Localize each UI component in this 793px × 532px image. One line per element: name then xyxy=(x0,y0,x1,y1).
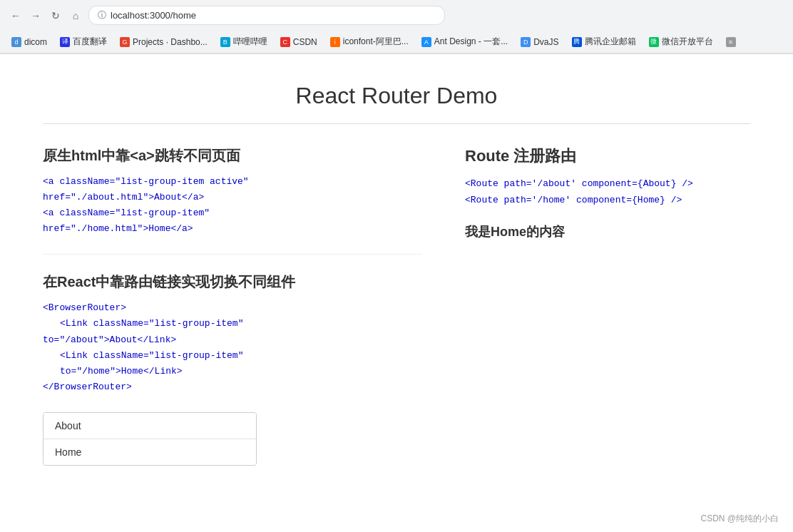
code-line: <a className="list-group-item" xyxy=(43,205,422,221)
forward-button[interactable]: → xyxy=(29,9,43,23)
route-code-line: <Route path='/home' component={Home} /> xyxy=(465,192,750,208)
section1-heading: 原生html中靠<a>跳转不同页面 xyxy=(43,145,422,165)
section2-heading: 在React中靠路由链接实现切换不同组件 xyxy=(43,272,422,292)
code-line: <a className="list-group-item active" xyxy=(43,174,422,190)
bookmark-gitlab[interactable]: GProjects · Dashbo... xyxy=(114,35,213,49)
bookmarks-bar: ddicom译百度翻译GProjects · Dashbo...B哔哩哔哩CCS… xyxy=(0,31,793,53)
bookmark-label-bilibili: 哔哩哔哩 xyxy=(233,36,267,48)
bookmark-dva[interactable]: DDvaJS xyxy=(515,35,564,49)
route-code: <Route path='/about' component={About} /… xyxy=(465,175,750,209)
bookmark-label-csdn: CSDN xyxy=(293,37,317,47)
bookmark-wechat[interactable]: 微微信开放平台 xyxy=(643,34,719,50)
address-text: localhost:3000/home xyxy=(111,10,196,21)
bookmark-bilibili[interactable]: B哔哩哔哩 xyxy=(215,34,273,50)
bookmark-label-tencent: 腾讯企业邮箱 xyxy=(585,36,636,48)
favicon-wechat: 微 xyxy=(649,37,659,47)
section-divider xyxy=(43,254,422,255)
address-bar[interactable]: ⓘ localhost:3000/home xyxy=(88,6,445,25)
section2: 在React中靠路由链接实现切换不同组件 <BrowserRouter> <Li… xyxy=(43,272,422,466)
bookmark-label-dva: DvaJS xyxy=(533,37,558,47)
list-item[interactable]: Home xyxy=(44,439,256,465)
content-layout: 原生html中靠<a>跳转不同页面 <a className="list-gro… xyxy=(43,145,750,466)
right-column: Route 注册路由 <Route path='/about' componen… xyxy=(465,145,750,466)
route-heading: Route 注册路由 xyxy=(465,145,750,167)
bookmark-tencent[interactable]: 腾腾讯企业邮箱 xyxy=(566,34,642,50)
bookmark-label-iconfont: iconfont-阿里巴... xyxy=(343,36,409,48)
bookmark-dicom[interactable]: ddicom xyxy=(6,35,53,49)
page-title: React Router Demo xyxy=(43,83,750,109)
favicon-csdn: C xyxy=(280,37,290,47)
page-content: React Router Demo 原生html中靠<a>跳转不同页面 <a c… xyxy=(0,54,793,494)
bookmark-baidu[interactable]: 译百度翻译 xyxy=(54,34,113,50)
section2-code: <BrowserRouter> <Link className="list-gr… xyxy=(43,300,422,395)
bookmark-label-baidu: 百度翻译 xyxy=(73,36,107,48)
code-line: <Link className="list-group-item" xyxy=(43,316,422,332)
home-button[interactable]: ⌂ xyxy=(68,9,83,23)
code-line: href="./about.html">About</a> xyxy=(43,190,422,205)
code-line: to="/about">About</Link> xyxy=(43,332,422,348)
lock-icon: ⓘ xyxy=(98,9,106,21)
left-column: 原生html中靠<a>跳转不同页面 <a className="list-gro… xyxy=(43,145,422,466)
bookmark-extra[interactable]: ≡ xyxy=(720,35,742,49)
bookmark-csdn[interactable]: CCSDN xyxy=(275,35,323,49)
bookmark-label-gitlab: Projects · Dashbo... xyxy=(133,37,208,47)
favicon-bilibili: B xyxy=(220,37,230,47)
browser-toolbar: ← → ↻ ⌂ ⓘ localhost:3000/home xyxy=(0,0,793,31)
code-line: to="/home">Home</Link> xyxy=(43,364,422,379)
list-item[interactable]: About xyxy=(44,413,256,439)
home-content: 我是Home的内容 xyxy=(465,223,750,240)
favicon-ant: A xyxy=(421,37,431,47)
favicon-baidu: 译 xyxy=(60,37,70,47)
favicon-dva: D xyxy=(521,37,531,47)
route-code-line: <Route path='/about' component={About} /… xyxy=(465,175,750,192)
back-button[interactable]: ← xyxy=(9,9,23,23)
code-line: <Link className="list-group-item" xyxy=(43,348,422,364)
favicon-tencent: 腾 xyxy=(572,37,582,47)
code-line: <BrowserRouter> xyxy=(43,300,422,316)
bookmark-label-ant: Ant Design - 一套... xyxy=(434,36,508,48)
favicon-dicom: d xyxy=(11,37,21,47)
refresh-button[interactable]: ↻ xyxy=(48,9,63,23)
favicon-extra: ≡ xyxy=(726,37,736,47)
bookmark-label-dicom: dicom xyxy=(24,37,47,47)
code-line: href="./home.html">Home</a> xyxy=(43,221,422,237)
code-line: </BrowserRouter> xyxy=(43,379,422,395)
favicon-iconfont: i xyxy=(330,37,340,47)
bookmark-ant[interactable]: AAnt Design - 一套... xyxy=(416,34,513,50)
bookmark-iconfont[interactable]: iiconfont-阿里巴... xyxy=(324,34,414,50)
browser-chrome: ← → ↻ ⌂ ⓘ localhost:3000/home ddicom译百度翻… xyxy=(0,0,793,54)
bookmark-label-wechat: 微信开放平台 xyxy=(662,36,713,48)
section1-code: <a className="list-group-item active"hre… xyxy=(43,174,422,237)
favicon-gitlab: G xyxy=(120,37,130,47)
link-list-box: AboutHome xyxy=(43,412,257,466)
section1: 原生html中靠<a>跳转不同页面 <a className="list-gro… xyxy=(43,145,422,237)
title-divider xyxy=(43,123,750,124)
